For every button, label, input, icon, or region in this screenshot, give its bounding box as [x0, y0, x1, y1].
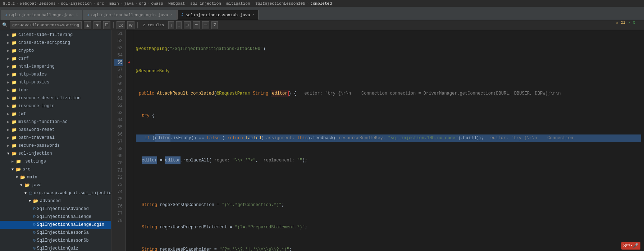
code-line-highlighted: if (editor.isEmpty() == false ) return f… — [136, 134, 641, 142]
line-number: 73 — [114, 181, 123, 188]
tab-close-icon[interactable]: × — [170, 13, 173, 17]
sidebar-item-src[interactable]: ▼ 📂 src — [0, 165, 111, 173]
sidebar-label: insecure-deserialization — [18, 96, 81, 101]
nav-frame-button[interactable]: ⊡ — [184, 21, 191, 29]
arrow-icon: ▶ — [7, 72, 9, 77]
sidebar-item-cross-site-scripting[interactable]: ▶ 📁 cross-site-scripting — [0, 39, 111, 47]
input-method-label: S中·🎤 — [624, 243, 638, 249]
nav-prev-button[interactable]: ⊢ — [193, 21, 200, 29]
tab-bar: J SqlInjectionChallenge.java × J SqlInje… — [0, 7, 644, 20]
sidebar-label: SqlInjectionLesson6a — [37, 230, 89, 235]
sidebar-item-crypto[interactable]: ▶ 📁 crypto — [0, 47, 111, 55]
search-box[interactable]: getJavaFileContentsAsString — [10, 21, 82, 29]
tab-sqlinjectionchallenge[interactable]: J SqlInjectionChallenge.java × — [1, 10, 82, 20]
folder-icon: 📁 — [12, 127, 17, 133]
sidebar-item-settings[interactable]: ▶ 📁 .settings — [0, 158, 111, 165]
filter-button[interactable]: ⊽ — [211, 21, 218, 29]
line-number: 76 — [114, 203, 123, 210]
line-number: 64 — [114, 117, 123, 124]
sidebar-item-sqlinjectionchallengelogin[interactable]: © SqlInjectionChallengeLogin — [0, 221, 111, 229]
java-file-icon: © — [33, 215, 36, 219]
sidebar-item-http-basics[interactable]: ▶ 📁 http-basics — [0, 70, 111, 78]
sidebar-item-insecure-login[interactable]: ▶ 📁 insecure-login — [0, 102, 111, 110]
search-icon: 🔍 — [2, 22, 8, 28]
sidebar-item-advanced[interactable]: ▼ 📂 advanced — [0, 197, 111, 205]
cc-button[interactable]: Cc — [117, 21, 125, 29]
sidebar-item-sqlinjectionlesson6b[interactable]: © SqlInjectionLesson6b — [0, 237, 111, 245]
sidebar-item-sqlinjectionlesson6a[interactable]: © SqlInjectionLesson6a — [0, 229, 111, 237]
code-editor[interactable]: 51 52 53 54 55 57 58 59 60 61 62 63 64 6… — [111, 30, 644, 251]
sidebar-item-jwt[interactable]: ▶ 📁 jwt — [0, 110, 111, 118]
arrow-icon: ▶ — [7, 96, 9, 100]
sidebar-item-java[interactable]: ▼ 📂 java — [0, 181, 111, 189]
code-line — [136, 179, 641, 186]
search-highlight: editor — [142, 156, 157, 164]
sidebar: ▶ 📁 client-side-filtering ▶ 📁 cross-site… — [0, 30, 111, 251]
search-text: getJavaFileContentsAsString — [12, 23, 79, 27]
prev-result-button[interactable]: ▲ — [84, 21, 91, 29]
folder-icon: 📁 — [12, 48, 17, 54]
sidebar-item-password-reset[interactable]: ▶ 📁 password-reset — [0, 126, 111, 134]
sidebar-item-main[interactable]: ▼ 📂 main — [0, 173, 111, 181]
sidebar-item-sqlinjectionquiz[interactable]: © SqlInjectionQuiz — [0, 245, 111, 251]
code-content[interactable]: @PostMapping("/SqlInjectionMitigations/a… — [133, 30, 644, 251]
sidebar-item-sqlinjectionchallenge[interactable]: © SqlInjectionChallenge — [0, 213, 111, 221]
input-method-indicator: S中·🎤 — [621, 242, 640, 250]
tab-sqlinjectionlesson10b[interactable]: J SqlInjectionLesson10b.java × — [177, 10, 259, 20]
java-file-icon: © — [33, 231, 36, 235]
sidebar-item-http-proxies[interactable]: ▶ 📁 http-proxies — [0, 78, 111, 86]
tab-label: SqlInjectionLesson10b.java — [186, 13, 250, 17]
sidebar-label: cross-site-scripting — [18, 40, 70, 45]
sidebar-label: secure-passwords — [18, 143, 60, 148]
sidebar-label: src — [23, 167, 31, 172]
nav-up-button[interactable]: ↑ — [168, 21, 174, 29]
folder-icon: 📁 — [12, 104, 17, 109]
folder-icon: 📂 — [33, 198, 38, 204]
code-line: String regexUsesPlaceholder = "(?=.*\\?.… — [136, 246, 641, 251]
arrow-icon: ▶ — [7, 88, 9, 92]
breadcrumb-item: main — [109, 1, 119, 6]
tab-close-icon[interactable]: × — [252, 13, 255, 17]
line-number: 55 — [114, 59, 123, 66]
code-line: String regexUsesPreparedStatement = "(?=… — [136, 224, 641, 231]
code-line: try { — [136, 112, 641, 119]
folder-icon: 📁 — [12, 80, 17, 85]
sidebar-item-org-owasp[interactable]: ▼ ⬡ org.owasp.webgoat.sql_injection — [0, 189, 111, 197]
sidebar-item-csrf[interactable]: ▶ 📁 csrf — [0, 55, 111, 63]
line-number: 59 — [114, 81, 123, 88]
folder-icon: 📁 — [12, 119, 17, 125]
ok-count: ✓ 5 — [628, 20, 635, 25]
breadcrumb-bar: 8.2.2 › webgoat-lessons › sql-injection … — [0, 0, 644, 7]
sidebar-item-secure-passwords[interactable]: ▶ 📁 secure-passwords — [0, 142, 111, 150]
tab-close-icon[interactable]: × — [76, 13, 78, 17]
sidebar-label: SqlInjectionChallenge — [37, 214, 91, 219]
sidebar-label: idor — [18, 88, 29, 93]
arrow-icon: ▼ — [24, 191, 27, 195]
nav-next-button[interactable]: ⊣ — [202, 21, 209, 29]
w-button[interactable]: W — [127, 21, 134, 29]
arrow-icon: ▶ — [7, 136, 9, 140]
sidebar-item-path-traversal[interactable]: ▶ 📁 path-traversal — [0, 134, 111, 142]
sidebar-item-client-side-filtering[interactable]: ▶ 📁 client-side-filtering — [0, 31, 111, 39]
next-result-button[interactable]: ▼ — [93, 21, 101, 29]
sidebar-item-missing-function-ac[interactable]: ▶ 📁 missing-function-ac — [0, 118, 111, 126]
sidebar-item-sqlinjectionadvanced[interactable]: © SqlInjectionAdvanced — [0, 205, 111, 213]
sidebar-label: main — [27, 175, 37, 180]
folder-icon: 📁 — [12, 56, 17, 61]
line-number: 62 — [114, 102, 123, 109]
main-layout: ▶ 📁 client-side-filtering ▶ 📁 cross-site… — [0, 30, 644, 251]
breadcrumb-item: 8.2.2 — [3, 1, 15, 6]
folder-icon: 📂 — [24, 183, 30, 188]
arrow-icon: ▶ — [7, 143, 9, 148]
expand-button[interactable]: ☐ — [103, 21, 110, 29]
nav-down-button[interactable]: ↓ — [176, 21, 182, 29]
sidebar-item-idor[interactable]: ▶ 📁 idor — [0, 86, 111, 94]
sidebar-item-insecure-deserialization[interactable]: ▶ 📁 insecure-deserialization — [0, 94, 111, 102]
line-number: 72 — [114, 174, 123, 181]
tab-sqlinjectionchallengelogin[interactable]: J SqlInjectionChallengeLogin.java × — [83, 10, 177, 20]
arrow-icon: ▶ — [12, 159, 14, 164]
sidebar-label: SqlInjectionChallengeLogin — [37, 222, 104, 227]
sidebar-label: csrf — [18, 56, 29, 61]
sidebar-item-html-tampering[interactable]: ▶ 📁 html-tampering — [0, 63, 111, 70]
sidebar-item-sql-injection[interactable]: ▼ 📂 sql-injection — [0, 150, 111, 158]
